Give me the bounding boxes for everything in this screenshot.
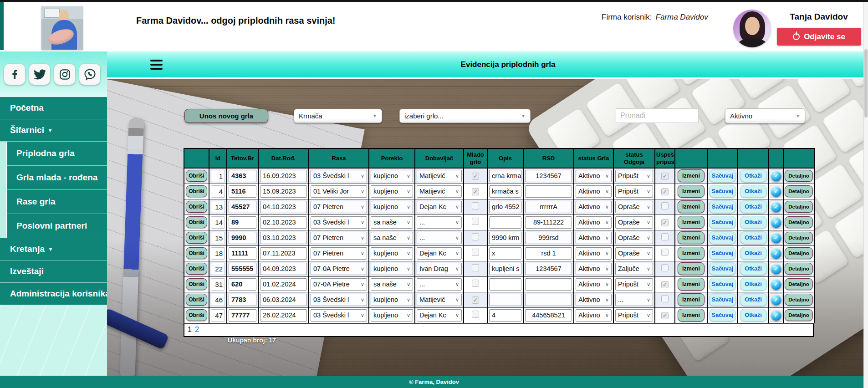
status-odgoja-select[interactable]: Opraše∨ bbox=[615, 201, 653, 213]
rsd-input[interactable] bbox=[525, 294, 572, 306]
sacuvaj-button[interactable]: Sačuvaj bbox=[709, 169, 736, 182]
rasa-select[interactable]: 07 Pietren∨ bbox=[311, 201, 367, 213]
dobavljac-select[interactable]: ...∨ bbox=[417, 216, 462, 229]
mlado-grlo-checkbox[interactable] bbox=[472, 233, 479, 240]
datum-rodjenja-input[interactable]: 06.03.2024 bbox=[260, 294, 307, 306]
dobavljac-select[interactable]: Dejan Kc∨ bbox=[417, 201, 462, 213]
opis-input[interactable]: krmača s bbox=[489, 185, 521, 198]
globe-button[interactable]: ✓ bbox=[770, 231, 783, 245]
rsd-input[interactable]: 89-111222 bbox=[525, 216, 572, 229]
vertical-scrollbar[interactable] bbox=[863, 2, 868, 388]
izmeni-button[interactable]: Izmeni bbox=[678, 231, 705, 244]
poreklo-select[interactable]: kupljeno∨ bbox=[371, 247, 413, 260]
globe-button[interactable]: ✓ bbox=[770, 309, 783, 322]
poreklo-select[interactable]: kupljeno∨ bbox=[371, 309, 413, 322]
detaljno-button[interactable]: Detaljno bbox=[785, 185, 813, 197]
sacuvaj-button[interactable]: Sačuvaj bbox=[709, 293, 736, 306]
sidebar-item-izvestaji[interactable]: Izveštaji bbox=[0, 260, 107, 283]
detaljno-button[interactable]: Detaljno bbox=[785, 309, 813, 321]
globe-button[interactable]: ✓ bbox=[770, 200, 783, 214]
rasa-select[interactable]: 07 Pietren∨ bbox=[311, 247, 367, 260]
dobavljac-select[interactable]: Ivan Drag∨ bbox=[417, 263, 462, 275]
sacuvaj-button[interactable]: Sačuvaj bbox=[709, 200, 736, 213]
tetov-broj-input[interactable]: 89 bbox=[229, 216, 256, 229]
rasa-select[interactable]: 03 Švedski l∨ bbox=[311, 309, 367, 322]
sidebar-item-priplodna-grla[interactable]: Priplodna grla bbox=[6, 142, 107, 166]
mlado-grlo-checkbox[interactable] bbox=[472, 311, 479, 318]
rsd-input[interactable]: 445658521 bbox=[525, 309, 572, 322]
mlado-grlo-checkbox[interactable]: ✓ bbox=[472, 188, 479, 195]
uspesan-pripust-checkbox[interactable] bbox=[661, 202, 669, 209]
tetov-broj-input[interactable]: 11111 bbox=[229, 247, 256, 260]
datum-rodjenja-input[interactable]: 04.10.2023 bbox=[260, 201, 307, 213]
opis-input[interactable]: x bbox=[489, 247, 521, 260]
poreklo-select[interactable]: kupljeno∨ bbox=[371, 294, 413, 306]
detaljno-button[interactable]: Detaljno bbox=[785, 294, 813, 306]
poreklo-select[interactable]: kupljeno∨ bbox=[371, 185, 413, 198]
opis-input[interactable]: 9990 krm bbox=[489, 232, 521, 244]
opis-input[interactable] bbox=[489, 278, 521, 291]
otkazi-button[interactable]: Otkaži bbox=[740, 262, 767, 275]
twitter-icon[interactable] bbox=[29, 64, 50, 85]
rsd-input[interactable] bbox=[525, 278, 572, 291]
datum-rodjenja-input[interactable]: 01.02.2024 bbox=[260, 278, 307, 291]
otkazi-button[interactable]: Otkaži bbox=[740, 216, 767, 229]
detaljno-button[interactable]: Detaljno bbox=[785, 201, 813, 213]
globe-button[interactable]: ✓ bbox=[770, 262, 783, 276]
sidebar-item-rase-grla[interactable]: Rase grla bbox=[6, 190, 107, 214]
status-grla-select[interactable]: Aktivno∨ bbox=[576, 247, 612, 260]
rsd-input[interactable]: 1234567 bbox=[525, 170, 572, 182]
search-input[interactable] bbox=[616, 108, 699, 123]
status-odgoja-select[interactable]: Pripušt∨ bbox=[615, 278, 653, 291]
tetov-broj-input[interactable]: 45527 bbox=[229, 201, 256, 213]
uspesan-pripust-checkbox[interactable]: ✓ bbox=[661, 173, 669, 180]
sacuvaj-button[interactable]: Sačuvaj bbox=[709, 278, 736, 291]
datum-rodjenja-input[interactable]: 16.09.2023 bbox=[260, 170, 307, 182]
poreklo-select[interactable]: sa naše∨ bbox=[371, 216, 413, 229]
izmeni-button[interactable]: Izmeni bbox=[678, 309, 705, 322]
rsd-input[interactable] bbox=[525, 185, 572, 198]
otkazi-button[interactable]: Otkaži bbox=[740, 200, 767, 213]
poreklo-select[interactable]: sa naše∨ bbox=[371, 232, 413, 244]
tetov-broj-input[interactable]: 5116 bbox=[229, 185, 256, 198]
opis-input[interactable]: grlo 4552 bbox=[489, 201, 521, 213]
status-grla-select[interactable]: Aktivno∨ bbox=[576, 263, 612, 275]
rasa-select[interactable]: 01 Veliki Jor∨ bbox=[311, 185, 367, 198]
sidebar-item-pocetna[interactable]: Početna bbox=[0, 97, 107, 119]
mlado-grlo-checkbox[interactable]: ✓ bbox=[472, 173, 479, 180]
status-odgoja-select[interactable]: Pripušt∨ bbox=[615, 170, 653, 182]
mlado-grlo-checkbox[interactable] bbox=[472, 218, 479, 225]
datum-rodjenja-input[interactable]: 04.09.2023 bbox=[260, 263, 307, 275]
datum-rodjenja-input[interactable]: 02.10.2023 bbox=[260, 216, 307, 229]
rsd-input[interactable]: rrrrrrA bbox=[525, 201, 572, 213]
viber-icon[interactable] bbox=[79, 64, 100, 85]
detaljno-button[interactable]: Detaljno bbox=[785, 232, 813, 244]
obrisi-button[interactable]: Obriši bbox=[186, 263, 207, 275]
uspesan-pripust-checkbox[interactable]: ✓ bbox=[661, 219, 669, 226]
tetov-broj-input[interactable]: 7783 bbox=[229, 294, 256, 306]
otkazi-button[interactable]: Otkaži bbox=[740, 231, 767, 244]
datum-rodjenja-input[interactable]: 07.11.2023 bbox=[260, 247, 307, 260]
tetov-broj-input[interactable]: 9990 bbox=[229, 232, 256, 244]
sidebar-item-grla-mlada-rodjena[interactable]: Grla mlada - rođena bbox=[6, 166, 107, 190]
unos-novog-grla-button[interactable]: Unos novog grla bbox=[184, 109, 268, 123]
izmeni-button[interactable]: Izmeni bbox=[678, 185, 705, 198]
opis-input[interactable] bbox=[489, 294, 521, 306]
status-odgoja-select[interactable]: ...∨ bbox=[615, 294, 653, 306]
poreklo-select[interactable]: sa naše∨ bbox=[371, 278, 413, 291]
obrisi-button[interactable]: Obriši bbox=[186, 309, 207, 321]
uspesan-pripust-checkbox[interactable] bbox=[661, 295, 669, 302]
mlado-grlo-checkbox[interactable] bbox=[472, 202, 479, 209]
obrisi-button[interactable]: Obriši bbox=[186, 185, 207, 197]
detaljno-button[interactable]: Detaljno bbox=[785, 278, 813, 290]
status-odgoja-select[interactable]: Opraše∨ bbox=[615, 247, 653, 260]
tetov-broj-input[interactable]: 555555 bbox=[229, 263, 256, 275]
sacuvaj-button[interactable]: Sačuvaj bbox=[709, 231, 736, 244]
sacuvaj-button[interactable]: Sačuvaj bbox=[709, 185, 736, 198]
obrisi-button[interactable]: Obriši bbox=[186, 247, 207, 259]
uspesan-pripust-checkbox[interactable]: ✓ bbox=[661, 281, 669, 288]
instagram-icon[interactable] bbox=[54, 64, 75, 85]
izmeni-button[interactable]: Izmeni bbox=[678, 216, 705, 229]
opis-input[interactable]: 4 bbox=[489, 309, 521, 322]
globe-button[interactable]: ✓ bbox=[770, 169, 783, 183]
